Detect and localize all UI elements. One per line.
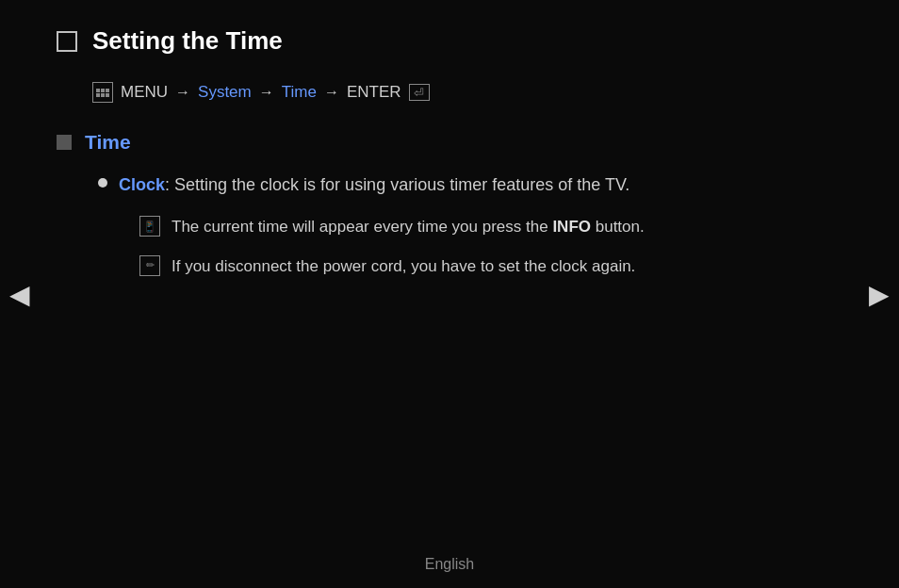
clock-label: Clock [119,175,165,194]
language-label: English [425,556,474,573]
clock-text: Clock: Setting the clock is for using va… [119,172,629,198]
square-icon [57,135,72,150]
note-1-before: The current time will appear every time … [172,218,552,236]
note-icon-1: 📱 [139,216,160,237]
clock-description: : Setting the clock is for using various… [165,175,629,194]
next-button[interactable]: ▶ [869,279,890,310]
bullet-dot [98,178,107,188]
menu-path-row: MENU → System → Time → ENTER ⏎ [92,82,842,103]
note-1-after: button. [591,218,645,236]
checkbox-icon [57,31,77,52]
enter-icon: ⏎ [409,84,430,101]
page-title-row: Setting the Time [57,26,842,56]
note-icon-2: ✏ [139,255,160,276]
note-row-1: 📱 The current time will appear every tim… [139,215,842,239]
section-title: Time [85,131,131,154]
main-content: Setting the Time MENU → System → Time → … [0,0,899,350]
menu-grid-icon [96,89,109,97]
note-text-1: The current time will appear every time … [172,215,645,239]
arrow-2: → [259,84,274,101]
arrow-1: → [175,84,190,101]
system-link[interactable]: System [198,83,252,102]
note-text-2: If you disconnect the power cord, you ha… [172,254,635,279]
page-title: Setting the Time [92,26,283,56]
note-row-2: ✏ If you disconnect the power cord, you … [139,254,842,279]
section-row: Time [57,131,842,154]
enter-label: ENTER [347,83,401,102]
arrow-3: → [324,84,339,101]
time-link[interactable]: Time [282,83,317,102]
menu-label: MENU [121,83,168,102]
clock-bullet-row: Clock: Setting the clock is for using va… [98,172,842,198]
prev-button[interactable]: ◀ [9,279,30,310]
info-bold: INFO [552,218,591,236]
menu-icon [92,82,113,103]
